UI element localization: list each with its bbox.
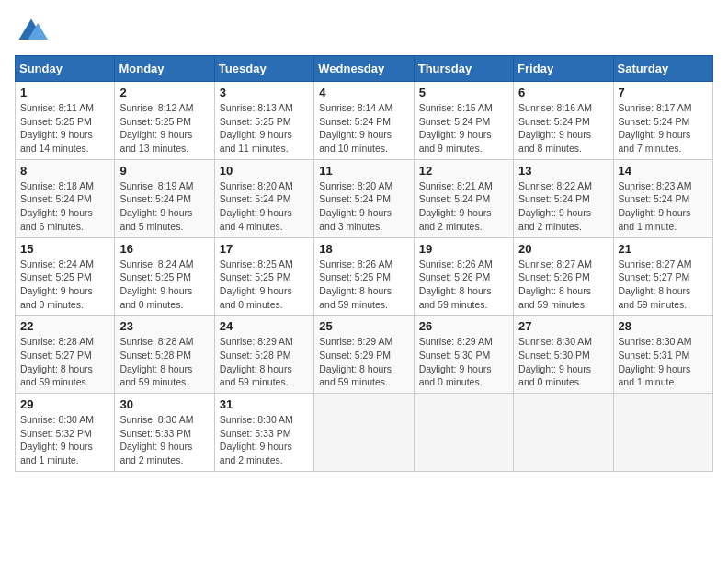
day-number: 14 <box>619 164 708 178</box>
day-number: 1 <box>20 86 109 99</box>
calendar-cell <box>414 394 513 472</box>
calendar-cell: 26 Sunrise: 8:29 AM Sunset: 5:30 PM Dayl… <box>414 316 513 394</box>
calendar-week-4: 22 Sunrise: 8:28 AM Sunset: 5:27 PM Dayl… <box>16 316 713 394</box>
day-number: 7 <box>619 86 708 99</box>
day-info: Sunrise: 8:30 AM Sunset: 5:33 PM Dayligh… <box>220 413 309 467</box>
calendar-cell: 7 Sunrise: 8:17 AM Sunset: 5:24 PM Dayli… <box>613 82 712 160</box>
day-number: 24 <box>220 319 309 333</box>
day-info: Sunrise: 8:11 AM Sunset: 5:25 PM Dayligh… <box>20 101 109 155</box>
day-info: Sunrise: 8:16 AM Sunset: 5:24 PM Dayligh… <box>518 101 608 155</box>
day-number: 15 <box>20 242 109 256</box>
day-info: Sunrise: 8:15 AM Sunset: 5:24 PM Dayligh… <box>419 101 508 155</box>
calendar-cell: 16 Sunrise: 8:24 AM Sunset: 5:25 PM Dayl… <box>115 237 214 316</box>
calendar-cell: 10 Sunrise: 8:20 AM Sunset: 5:24 PM Dayl… <box>214 159 313 237</box>
day-number: 12 <box>419 164 508 178</box>
day-info: Sunrise: 8:30 AM Sunset: 5:33 PM Dayligh… <box>119 413 209 467</box>
col-header-monday: Monday <box>115 56 214 82</box>
col-header-friday: Friday <box>514 56 613 82</box>
calendar-week-1: 1 Sunrise: 8:11 AM Sunset: 5:25 PM Dayli… <box>16 82 713 160</box>
calendar-cell <box>314 394 414 472</box>
day-number: 17 <box>220 242 309 256</box>
day-number: 29 <box>20 397 109 411</box>
logo <box>15 15 51 48</box>
day-number: 20 <box>518 242 608 256</box>
day-info: Sunrise: 8:25 AM Sunset: 5:25 PM Dayligh… <box>220 258 309 312</box>
calendar-cell: 20 Sunrise: 8:27 AM Sunset: 5:26 PM Dayl… <box>514 237 613 316</box>
day-number: 16 <box>119 242 209 256</box>
day-info: Sunrise: 8:29 AM Sunset: 5:28 PM Dayligh… <box>220 335 309 389</box>
day-info: Sunrise: 8:26 AM Sunset: 5:26 PM Dayligh… <box>419 258 508 312</box>
calendar-cell: 3 Sunrise: 8:13 AM Sunset: 5:25 PM Dayli… <box>214 82 313 160</box>
calendar-cell: 22 Sunrise: 8:28 AM Sunset: 5:27 PM Dayl… <box>16 316 115 394</box>
day-info: Sunrise: 8:20 AM Sunset: 5:24 PM Dayligh… <box>319 179 408 234</box>
logo-icon <box>15 15 48 48</box>
day-info: Sunrise: 8:24 AM Sunset: 5:25 PM Dayligh… <box>20 258 109 312</box>
day-info: Sunrise: 8:24 AM Sunset: 5:25 PM Dayligh… <box>119 258 209 312</box>
day-info: Sunrise: 8:29 AM Sunset: 5:29 PM Dayligh… <box>319 335 408 389</box>
day-number: 26 <box>419 319 508 333</box>
calendar-cell: 27 Sunrise: 8:30 AM Sunset: 5:30 PM Dayl… <box>514 316 613 394</box>
day-number: 19 <box>419 242 508 256</box>
day-number: 9 <box>119 164 209 178</box>
day-info: Sunrise: 8:17 AM Sunset: 5:24 PM Dayligh… <box>619 101 708 155</box>
day-info: Sunrise: 8:13 AM Sunset: 5:25 PM Dayligh… <box>220 101 309 155</box>
calendar-week-2: 8 Sunrise: 8:18 AM Sunset: 5:24 PM Dayli… <box>16 159 713 237</box>
calendar-cell: 11 Sunrise: 8:20 AM Sunset: 5:24 PM Dayl… <box>314 159 414 237</box>
calendar-cell: 18 Sunrise: 8:26 AM Sunset: 5:25 PM Dayl… <box>314 237 414 316</box>
day-number: 3 <box>220 86 309 99</box>
day-number: 22 <box>20 319 109 333</box>
day-info: Sunrise: 8:14 AM Sunset: 5:24 PM Dayligh… <box>319 101 408 155</box>
calendar-cell <box>514 394 613 472</box>
calendar-cell: 19 Sunrise: 8:26 AM Sunset: 5:26 PM Dayl… <box>414 237 513 316</box>
day-number: 10 <box>220 164 309 178</box>
calendar-cell: 28 Sunrise: 8:30 AM Sunset: 5:31 PM Dayl… <box>613 316 712 394</box>
calendar-cell: 2 Sunrise: 8:12 AM Sunset: 5:25 PM Dayli… <box>115 82 214 160</box>
calendar-cell <box>613 394 712 472</box>
col-header-sunday: Sunday <box>16 56 115 82</box>
calendar-header-row: SundayMondayTuesdayWednesdayThursdayFrid… <box>16 56 713 82</box>
day-number: 28 <box>619 319 708 333</box>
day-info: Sunrise: 8:12 AM Sunset: 5:25 PM Dayligh… <box>119 101 209 155</box>
calendar-cell: 23 Sunrise: 8:28 AM Sunset: 5:28 PM Dayl… <box>115 316 214 394</box>
col-header-saturday: Saturday <box>613 56 712 82</box>
day-number: 25 <box>319 319 408 333</box>
day-number: 27 <box>518 319 608 333</box>
calendar-cell: 12 Sunrise: 8:21 AM Sunset: 5:24 PM Dayl… <box>414 159 513 237</box>
calendar-cell: 17 Sunrise: 8:25 AM Sunset: 5:25 PM Dayl… <box>214 237 313 316</box>
day-number: 2 <box>119 86 209 99</box>
day-info: Sunrise: 8:27 AM Sunset: 5:26 PM Dayligh… <box>518 258 608 312</box>
day-number: 11 <box>319 164 408 178</box>
calendar-cell: 4 Sunrise: 8:14 AM Sunset: 5:24 PM Dayli… <box>314 82 414 160</box>
calendar-cell: 8 Sunrise: 8:18 AM Sunset: 5:24 PM Dayli… <box>16 159 115 237</box>
day-number: 13 <box>518 164 608 178</box>
day-info: Sunrise: 8:26 AM Sunset: 5:25 PM Dayligh… <box>319 258 408 312</box>
day-info: Sunrise: 8:18 AM Sunset: 5:24 PM Dayligh… <box>20 179 109 234</box>
calendar-cell: 6 Sunrise: 8:16 AM Sunset: 5:24 PM Dayli… <box>514 82 613 160</box>
calendar-cell: 30 Sunrise: 8:30 AM Sunset: 5:33 PM Dayl… <box>115 394 214 472</box>
day-info: Sunrise: 8:27 AM Sunset: 5:27 PM Dayligh… <box>619 258 708 312</box>
day-info: Sunrise: 8:23 AM Sunset: 5:24 PM Dayligh… <box>619 179 708 234</box>
day-info: Sunrise: 8:20 AM Sunset: 5:24 PM Dayligh… <box>220 179 309 234</box>
calendar-cell: 5 Sunrise: 8:15 AM Sunset: 5:24 PM Dayli… <box>414 82 513 160</box>
day-info: Sunrise: 8:19 AM Sunset: 5:24 PM Dayligh… <box>119 179 209 234</box>
calendar-cell: 21 Sunrise: 8:27 AM Sunset: 5:27 PM Dayl… <box>613 237 712 316</box>
day-info: Sunrise: 8:21 AM Sunset: 5:24 PM Dayligh… <box>419 179 508 234</box>
day-info: Sunrise: 8:22 AM Sunset: 5:24 PM Dayligh… <box>518 179 608 234</box>
day-info: Sunrise: 8:30 AM Sunset: 5:30 PM Dayligh… <box>518 335 608 389</box>
col-header-thursday: Thursday <box>414 56 513 82</box>
day-number: 4 <box>319 86 408 99</box>
day-info: Sunrise: 8:30 AM Sunset: 5:32 PM Dayligh… <box>20 413 109 467</box>
calendar-cell: 24 Sunrise: 8:29 AM Sunset: 5:28 PM Dayl… <box>214 316 313 394</box>
calendar-cell: 14 Sunrise: 8:23 AM Sunset: 5:24 PM Dayl… <box>613 159 712 237</box>
day-number: 23 <box>119 319 209 333</box>
page-header <box>15 15 713 48</box>
calendar-week-3: 15 Sunrise: 8:24 AM Sunset: 5:25 PM Dayl… <box>16 237 713 316</box>
col-header-tuesday: Tuesday <box>214 56 313 82</box>
day-number: 8 <box>20 164 109 178</box>
calendar-cell: 15 Sunrise: 8:24 AM Sunset: 5:25 PM Dayl… <box>16 237 115 316</box>
day-info: Sunrise: 8:29 AM Sunset: 5:30 PM Dayligh… <box>419 335 508 389</box>
calendar-cell: 1 Sunrise: 8:11 AM Sunset: 5:25 PM Dayli… <box>16 82 115 160</box>
calendar-cell: 31 Sunrise: 8:30 AM Sunset: 5:33 PM Dayl… <box>214 394 313 472</box>
day-number: 6 <box>518 86 608 99</box>
day-number: 30 <box>119 397 209 411</box>
